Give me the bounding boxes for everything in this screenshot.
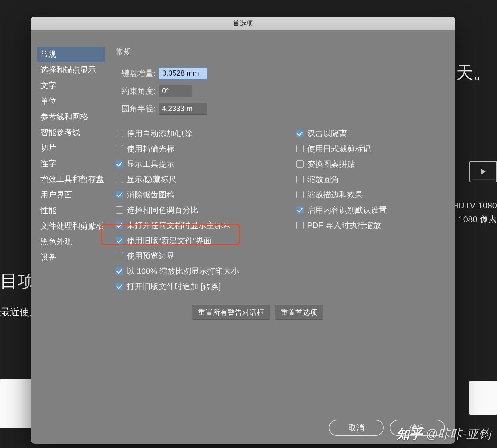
check-right-row-0: 双击以隔离 <box>296 126 449 141</box>
check-left-checkbox-6[interactable] <box>116 222 123 229</box>
sidebar-item-13[interactable]: 设备 <box>37 249 105 265</box>
check-right-checkbox-4[interactable] <box>296 191 304 198</box>
sidebar-item-10[interactable]: 性能 <box>37 203 105 218</box>
zhihu-logo-icon: 知乎 <box>397 425 422 442</box>
check-left-checkbox-10[interactable] <box>116 283 123 290</box>
check-left-checkbox-9[interactable] <box>116 267 123 275</box>
preferences-content: 常规 键盘增量: 约束角度: 圆角半径: 停用自动添加/删除使用精确光标显示工具… <box>105 47 449 438</box>
check-right-label-1: 使用日式裁剪标记 <box>307 144 371 154</box>
sidebar-item-9[interactable]: 用户界面 <box>37 187 105 203</box>
sidebar-item-8[interactable]: 增效工具和暂存盘 <box>37 171 105 187</box>
sidebar-item-11[interactable]: 文件处理和剪贴板 <box>37 218 105 234</box>
sidebar-item-4[interactable]: 参考线和网格 <box>37 109 105 125</box>
reset-warnings-button[interactable]: 重置所有警告对话框 <box>192 305 270 320</box>
dialog-title: 首选项 <box>31 17 455 30</box>
check-left-label-5: 选择相同色调百分比 <box>127 205 198 215</box>
sidebar-item-2[interactable]: 文字 <box>37 78 105 93</box>
check-left-checkbox-3[interactable] <box>116 176 123 183</box>
bg-preset-line2: x 1080 像素 <box>452 213 497 226</box>
check-right-label-0: 双击以隔离 <box>307 128 347 139</box>
bg-text-right: 天。 <box>456 61 491 84</box>
check-left-label-6: 未打开任何文档时显示主屏幕 <box>127 220 230 231</box>
check-left-label-10: 打开旧版文件时追加 [转换] <box>127 281 221 292</box>
sidebar-item-0[interactable]: 常规 <box>37 47 105 62</box>
sidebar-item-1[interactable]: 选择和锚点显示 <box>37 62 105 78</box>
check-left-row-10: 打开旧版文件时追加 [转换] <box>116 279 296 294</box>
bg-preset-line1: HDTV 1080 <box>452 199 497 213</box>
bg-preset-label: HDTV 1080 x 1080 像素 <box>452 199 497 226</box>
check-left-row-6: 未打开任何文档时显示主屏幕 <box>116 218 296 233</box>
check-left-checkbox-8[interactable] <box>116 252 123 259</box>
checkbox-column-left: 停用自动添加/删除使用精确光标显示工具提示显示/隐藏标尺消除锯齿图稿选择相同色调… <box>116 126 296 294</box>
sidebar-item-7[interactable]: 连字 <box>37 156 105 171</box>
check-left-row-9: 以 100% 缩放比例显示打印大小 <box>116 263 296 279</box>
check-left-row-7: 使用旧版“新建文件”界面 <box>116 233 296 248</box>
check-right-checkbox-1[interactable] <box>296 145 304 152</box>
check-right-row-1: 使用日式裁剪标记 <box>296 141 449 156</box>
check-right-row-3: 缩放圆角 <box>296 172 449 187</box>
check-left-checkbox-5[interactable] <box>116 206 123 214</box>
bg-heading-left: 目项 <box>0 269 36 293</box>
check-left-label-3: 显示/隐藏标尺 <box>127 174 177 185</box>
preferences-sidebar: 常规选择和锚点显示文字单位参考线和网格智能参考线切片连字增效工具和暂存盘用户界面… <box>37 47 105 438</box>
sidebar-item-5[interactable]: 智能参考线 <box>37 125 105 140</box>
check-left-row-2: 显示工具提示 <box>116 156 296 172</box>
field-corner-radius: 圆角半径: <box>116 103 449 115</box>
check-right-checkbox-2[interactable] <box>296 160 304 168</box>
check-left-label-0: 停用自动添加/删除 <box>127 128 192 139</box>
check-left-label-8: 使用预览边界 <box>127 251 174 261</box>
dialog-body: 常规选择和锚点显示文字单位参考线和网格智能参考线切片连字增效工具和暂存盘用户界面… <box>31 30 455 444</box>
check-left-label-1: 使用精确光标 <box>127 144 174 154</box>
check-left-row-3: 显示/隐藏标尺 <box>116 172 296 187</box>
check-right-row-4: 缩放描边和效果 <box>296 187 449 202</box>
sidebar-item-12[interactable]: 黑色外观 <box>37 234 105 249</box>
check-left-checkbox-2[interactable] <box>116 160 123 168</box>
check-left-label-2: 显示工具提示 <box>127 159 174 170</box>
recent-thumbnail-left[interactable] <box>0 379 34 428</box>
cancel-button[interactable]: 取消 <box>329 420 384 436</box>
check-right-label-4: 缩放描边和效果 <box>307 189 363 200</box>
check-left-row-5: 选择相同色调百分比 <box>116 202 296 218</box>
recent-thumbnail-right[interactable] <box>469 381 497 415</box>
corner-radius-label: 圆角半径: <box>116 103 155 114</box>
section-title: 常规 <box>116 47 449 57</box>
zhihu-watermark: 知乎 @咔咔-亚钧 <box>397 425 491 442</box>
reset-preferences-button[interactable]: 重置首选项 <box>275 305 323 320</box>
check-left-row-4: 消除锯齿图稿 <box>116 187 296 202</box>
corner-radius-input[interactable] <box>159 103 207 115</box>
check-right-row-2: 变换图案拼贴 <box>296 156 449 172</box>
check-left-row-8: 使用预览边界 <box>116 248 296 263</box>
check-right-checkbox-5[interactable] <box>296 206 304 214</box>
sidebar-item-6[interactable]: 切片 <box>37 140 105 156</box>
check-right-label-5: 启用内容识别默认设置 <box>307 205 387 215</box>
check-right-row-6: PDF 导入时执行缩放 <box>296 218 449 233</box>
check-left-label-4: 消除锯齿图稿 <box>127 189 174 200</box>
check-left-checkbox-4[interactable] <box>116 191 123 198</box>
check-right-checkbox-6[interactable] <box>296 222 304 229</box>
preferences-dialog: 首选项 常规选择和锚点显示文字单位参考线和网格智能参考线切片连字增效工具和暂存盘… <box>31 17 455 444</box>
constrain-angle-input[interactable] <box>159 85 192 97</box>
check-left-row-1: 使用精确光标 <box>116 141 296 156</box>
keyboard-increment-label: 键盘增量: <box>116 68 155 79</box>
field-keyboard-increment: 键盘增量: <box>116 67 449 79</box>
constrain-angle-label: 约束角度: <box>116 86 155 96</box>
watermark-author: @咔咔-亚钧 <box>425 426 491 442</box>
field-constrain-angle: 约束角度: <box>116 85 449 97</box>
check-right-checkbox-3[interactable] <box>296 176 304 183</box>
keyboard-increment-input[interactable] <box>159 67 207 79</box>
check-right-label-6: PDF 导入时执行缩放 <box>307 220 381 231</box>
check-left-label-7: 使用旧版“新建文件”界面 <box>127 235 211 246</box>
checkbox-column-right: 双击以隔离使用日式裁剪标记变换图案拼贴缩放圆角缩放描边和效果启用内容识别默认设置… <box>296 126 449 294</box>
check-left-row-0: 停用自动添加/删除 <box>116 126 296 141</box>
check-right-label-3: 缩放圆角 <box>307 174 339 185</box>
checkbox-area: 停用自动添加/删除使用精确光标显示工具提示显示/隐藏标尺消除锯齿图稿选择相同色调… <box>116 126 449 294</box>
check-left-checkbox-0[interactable] <box>116 130 123 137</box>
check-left-checkbox-1[interactable] <box>116 145 123 152</box>
check-right-row-5: 启用内容识别默认设置 <box>296 202 449 218</box>
sidebar-item-3[interactable]: 单位 <box>37 93 105 109</box>
video-play-icon[interactable] <box>469 161 497 182</box>
check-right-checkbox-0[interactable] <box>296 130 304 137</box>
reset-button-row: 重置所有警告对话框 重置首选项 <box>192 305 449 320</box>
check-left-checkbox-7[interactable] <box>116 237 123 244</box>
check-right-label-2: 变换图案拼贴 <box>307 159 355 170</box>
